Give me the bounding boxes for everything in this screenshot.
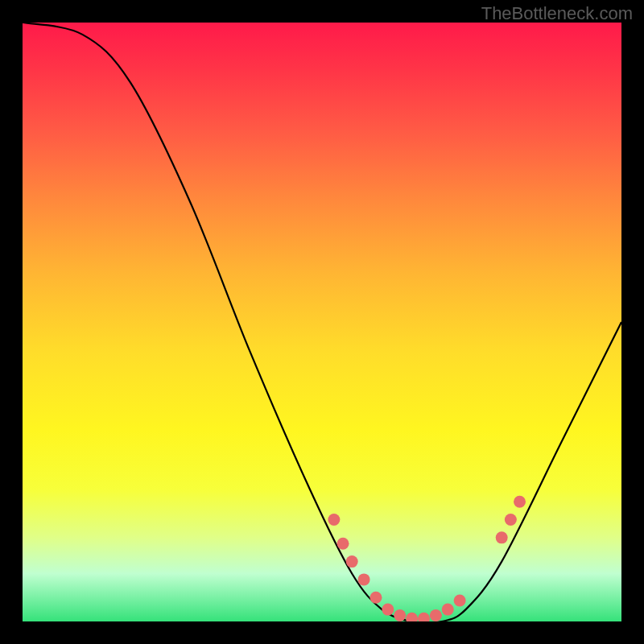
chart-svg xyxy=(23,23,621,621)
curve-marker xyxy=(382,604,394,616)
curve-marker xyxy=(358,573,370,585)
curve-markers xyxy=(328,496,526,621)
curve-marker xyxy=(454,594,466,606)
curve-marker xyxy=(337,538,349,550)
curve-marker xyxy=(514,496,526,508)
curve-marker xyxy=(406,613,418,621)
curve-marker xyxy=(346,555,358,568)
curve-marker xyxy=(430,609,442,621)
curve-marker xyxy=(418,613,430,621)
curve-marker xyxy=(328,514,340,526)
curve-marker xyxy=(369,592,382,604)
bottleneck-curve xyxy=(23,23,621,621)
chart-plot-area xyxy=(23,23,621,621)
attribution-text: TheBottleneck.com xyxy=(481,3,633,24)
curve-marker xyxy=(394,609,406,621)
curve-marker xyxy=(496,531,508,543)
curve-marker xyxy=(442,604,454,616)
curve-marker xyxy=(505,514,517,526)
